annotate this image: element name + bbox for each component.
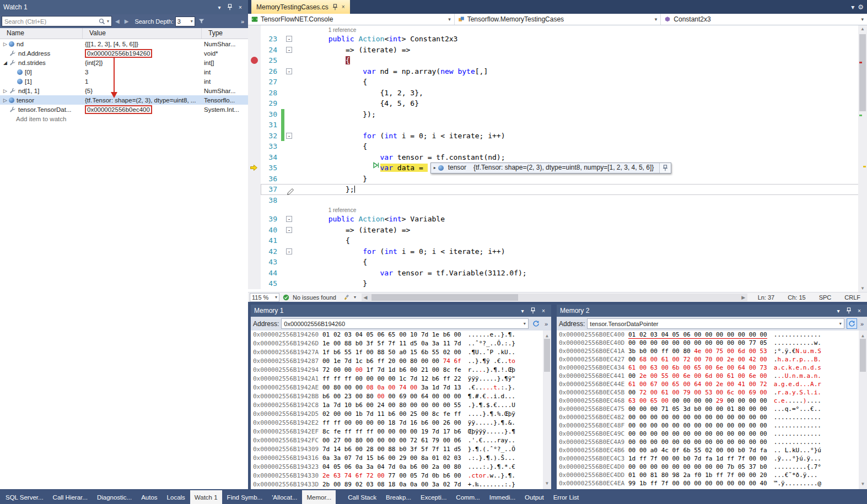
code-line[interactable]: 33 { [248,141,867,152]
close-icon[interactable]: × [539,306,548,315]
code-line[interactable]: 23- public Action<int> Constant2x3 [248,34,867,45]
breadcrumb-member[interactable]: Constant2x3 ▾ [661,14,867,25]
code-line[interactable]: 32- for (int i = 0; i < iterate; i++) [248,131,867,142]
code-line[interactable]: 44 var tensor = tf.Variable(3112.0f); [248,268,867,279]
search-next-icon[interactable]: ▶ [123,18,131,24]
memory2-scrollbar[interactable]: ▲ ▼ [859,330,867,489]
pin-icon[interactable] [529,306,537,315]
collapse-arrow-icon[interactable]: ◢ [2,60,9,66]
watch-row[interactable]: [0]3int [0,67,248,77]
code-line[interactable]: 26- var nd = np.array(new byte[,] [248,66,867,77]
memory1-hex-view[interactable]: 0x000002556B19426001 02 03 04 05 06 65 0… [251,330,551,489]
expand-arrow-icon[interactable]: ▷ [2,97,9,103]
editor-horizontal-scrollbar[interactable]: ◀ ▶ [362,294,747,301]
chevron-down-icon[interactable]: ▾ [518,306,527,315]
tool-window-tab[interactable]: 'Allocat... [267,490,301,504]
chevron-down-icon[interactable]: ▾ [354,295,356,300]
watch-row[interactable]: ▷nd{[[1, 2, 3], [4, 5, 6]]}NumShar... [0,39,248,48]
outline-collapse-icon[interactable]: - [286,36,292,42]
pin-icon[interactable] [225,3,234,12]
breakpoint-icon[interactable] [251,57,258,64]
watch-titlebar[interactable]: Watch 1 ▾ × [0,0,248,14]
scroll-left-icon[interactable]: ◀ [362,295,369,300]
scrollbar-thumb[interactable] [859,34,866,111]
column-header-name[interactable]: Name [0,28,83,39]
breadcrumb-project[interactable]: TensorFlowNET.Console ▾ [248,14,455,25]
code-line[interactable]: 40- => (iterate) => [248,225,867,236]
zoom-select[interactable]: 115 % ▾ [250,293,279,302]
tool-window-tab[interactable]: Error List [549,490,584,504]
code-line[interactable]: 27 { [248,77,867,88]
filter-icon[interactable] [198,18,204,24]
code-line[interactable]: 29 {4, 5, 6} [248,98,867,109]
watch-row[interactable]: ▷tensor{tf.Tensor: shape=(2, 3), dtype=u… [0,95,248,105]
column-header-value[interactable]: Value [83,28,202,39]
chevron-down-icon[interactable]: ▾ [107,19,109,24]
search-icon[interactable] [99,18,105,25]
tool-window-tab[interactable]: Immedi... [485,490,520,504]
scroll-right-icon[interactable]: ▶ [740,295,747,300]
outline-collapse-icon[interactable]: - [286,133,292,139]
tool-window-tab[interactable]: Call Stack [343,490,381,504]
memory2-titlebar[interactable]: Memory 2 ▾ × [557,305,867,317]
tool-window-tab[interactable]: SQL Server... [1,490,48,504]
expand-arrow-icon[interactable]: ▷ [2,41,9,47]
pin-icon[interactable] [659,163,671,173]
close-icon[interactable]: × [236,3,245,12]
tool-window-tab[interactable]: Autos [137,490,161,504]
expand-arrow-icon[interactable]: ▷ [2,88,9,94]
chevron-down-icon[interactable]: ▾ [655,17,658,22]
memory2-address-input[interactable]: tensor.TensorDataPointer▾ [587,318,844,329]
codelens-row[interactable]: 1 reference [248,25,867,34]
window-options-gear-icon[interactable]: ⚙ [858,3,864,11]
tool-window-tab[interactable]: Diagnostic... [93,490,136,504]
editor-vertical-scrollbar[interactable]: ▲ ▼ [858,25,867,292]
refresh-icon[interactable] [531,318,541,329]
code-cleanup-icon[interactable] [344,294,351,301]
codelens-row[interactable]: 1 reference [248,205,867,214]
add-watch-label[interactable]: Add item to watch [16,116,66,122]
memory2-hex-view[interactable]: 0x000002556B0EC40001 02 03 04 05 06 00 0… [557,330,867,489]
outline-collapse-icon[interactable]: - [286,248,292,254]
scroll-down-icon[interactable]: ▼ [858,286,867,291]
code-line[interactable]: 38 [248,195,867,206]
active-files-dropdown-icon[interactable]: ▾ [851,3,854,11]
code-line[interactable]: 28 {1, 2, 3}, [248,88,867,99]
memory1-titlebar[interactable]: Memory 1 ▾ × [251,305,551,317]
code-line[interactable]: 37 }; [248,184,867,195]
search-depth-select[interactable]: 3▾ [175,17,195,26]
search-input[interactable]: Search (Ctrl+E) ▾ [2,16,112,26]
expand-arrow-icon[interactable]: ▸ [434,162,436,174]
tool-window-tab[interactable]: Locals [163,490,190,504]
code-line[interactable]: 35 var data = ▸tensor{tf.Tensor: shape=(… [248,162,867,174]
tool-window-tab[interactable]: Breakp... [381,490,416,504]
add-watch-row[interactable]: Add item to watch [0,114,248,123]
scroll-up-icon[interactable]: ▲ [858,26,867,31]
toolbar-overflow-icon[interactable]: » [239,18,246,25]
tool-window-tab[interactable]: Call Hierar... [49,490,92,504]
watch-row[interactable]: ◢nd.strides{int[2]}int[] [0,58,248,67]
tool-window-tab[interactable]: Comm... [451,490,484,504]
watch-row[interactable]: ▷nd[1, 1]{5}NumShar... [0,86,248,95]
outline-collapse-icon[interactable]: - [286,216,292,222]
code-editor[interactable]: 1 reference23- public Action<int> Consta… [248,25,867,292]
watch-row[interactable]: [1]1int [0,77,248,86]
tool-window-tab[interactable]: Excepti... [416,490,451,504]
watch-row[interactable]: tensor.TensorDat...0x000002556b0ec400Sys… [0,105,248,114]
column-header-type[interactable]: Type [202,28,248,39]
outline-collapse-icon[interactable]: - [286,68,292,74]
codelens-references[interactable]: 1 reference [329,206,357,214]
code-line[interactable]: 25 { [248,55,867,66]
pin-icon[interactable] [332,4,338,10]
tool-window-tab[interactable]: Output [520,490,548,504]
code-line[interactable]: 30 }); [248,109,867,120]
code-line[interactable]: 42- for (int i = 0; i < iterate; i++) [248,246,867,257]
chevron-down-icon[interactable]: ▾ [215,3,224,12]
toolbar-overflow-icon[interactable]: » [859,321,865,327]
code-line[interactable]: 34 var tensor = tf.constant(nd); [248,152,867,163]
tool-window-tab[interactable]: Find Symb... [223,490,267,504]
watch-row[interactable]: nd.Address0x000002556b194260void* [0,48,248,58]
code-line[interactable]: 24- => (iterate) => [248,45,867,56]
code-line[interactable]: 43 { [248,257,867,268]
code-line[interactable]: 39- public Action<int> Variable [248,214,867,225]
